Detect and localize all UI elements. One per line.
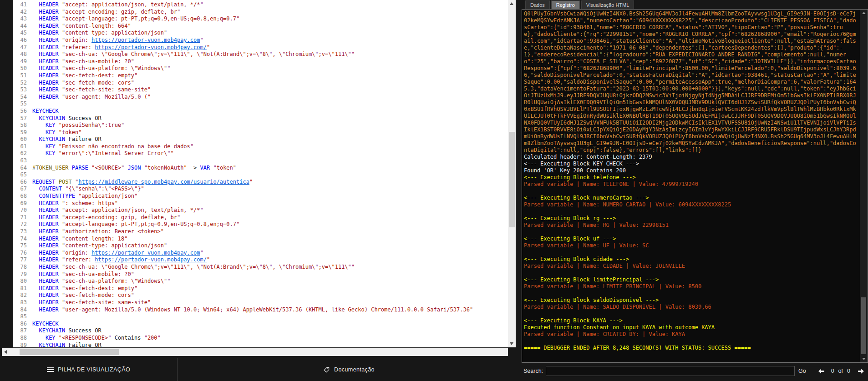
code-line[interactable]: 82 HEADER "sec-fetch-mode: cors" bbox=[13, 292, 508, 299]
code-line[interactable]: 64#TOKEN_USER PARSE "<SOURCE>" JSON "tok… bbox=[13, 165, 508, 172]
vertical-scroll-thumb[interactable] bbox=[509, 132, 515, 227]
code-line[interactable]: 58 KEY "possuiSenha\":true" bbox=[13, 122, 508, 129]
code-line[interactable]: 88 KEY "<RESPONSECODE>" Contains "200" bbox=[13, 335, 508, 342]
code-line[interactable]: 51 HEADER "sec-fetch-dest: empty" bbox=[13, 72, 508, 80]
editor-vertical-scrollbar[interactable] bbox=[508, 0, 516, 347]
code-line[interactable]: 61 KEY "Emissor não encontrado na base d… bbox=[13, 143, 508, 150]
code-line[interactable]: 80 HEADER "sec-ch-ua-platform: \"Windows… bbox=[13, 278, 508, 285]
log-scroll-up-icon[interactable] bbox=[862, 12, 866, 14]
log-line: <--- Executing Block uf ---> bbox=[524, 236, 858, 242]
stack-button-label: PILHA DE VISUALIZAÇÃO bbox=[58, 366, 130, 373]
line-number: 64 bbox=[13, 165, 32, 172]
code-line[interactable]: 69 HEADER ": scheme: https" bbox=[13, 200, 508, 207]
line-number: 85 bbox=[13, 313, 32, 321]
code-line[interactable]: 78 HEADER "sec-ch-ua: \"Google Chrome\";… bbox=[13, 264, 508, 271]
line-number: 75 bbox=[13, 242, 32, 250]
line-number: 56 bbox=[13, 108, 32, 115]
code-line[interactable]: 74 HEADER "content-length: 18" bbox=[13, 236, 508, 243]
code-line[interactable]: 56KEYCHECK bbox=[13, 108, 508, 115]
code-line[interactable]: 75 HEADER "content-type: application/jso… bbox=[13, 242, 508, 250]
horizontal-scroll-thumb[interactable] bbox=[20, 349, 119, 355]
line-number: 58 bbox=[13, 122, 32, 129]
line-number: 83 bbox=[13, 299, 32, 306]
line-number: 81 bbox=[13, 285, 32, 292]
line-number: 76 bbox=[13, 250, 32, 257]
code-line[interactable]: 53 HEADER "sec-fetch-site: same-site" bbox=[13, 86, 508, 94]
line-number: 52 bbox=[13, 80, 32, 87]
next-result-icon[interactable] bbox=[858, 368, 864, 374]
scroll-down-icon[interactable] bbox=[510, 342, 513, 345]
documentation-button[interactable]: Documentação bbox=[320, 366, 377, 374]
tab-visualizacao-html[interactable]: Visualização HTML bbox=[581, 0, 635, 9]
log-scrollbar[interactable] bbox=[860, 10, 868, 362]
log-line: <--- Executing Block KEY CHECK ---> bbox=[524, 160, 858, 167]
code-line[interactable]: 84 HEADER "user-agent: Mozilla/5.0 (Wind… bbox=[13, 306, 508, 314]
log-scroll-thumb[interactable] bbox=[861, 297, 866, 354]
code-line[interactable]: 54 HEADER "user-agent: Mozilla/5.0 (" bbox=[13, 94, 508, 101]
line-number: 45 bbox=[13, 30, 32, 37]
log-search-bar: Search: Go 0 of 0 bbox=[522, 365, 868, 377]
log-line bbox=[524, 290, 858, 297]
code-line[interactable]: 77 HEADER "referer: https://portador-vuo… bbox=[13, 256, 508, 264]
code-line[interactable]: 70 HEADER "accept: application/json, tex… bbox=[13, 207, 508, 214]
code-line[interactable]: 81 HEADER "sec-fetch-dest: empty" bbox=[13, 285, 508, 292]
code-line[interactable]: 85 bbox=[13, 313, 508, 321]
visualization-stack-button[interactable]: PILHA DE VISUALIZAÇÃO bbox=[44, 366, 133, 373]
code-line[interactable]: 57 KEYCHAIN Success OR bbox=[13, 115, 508, 122]
code-line[interactable]: 48 HEADER "sec-ch-ua: \"Google Chrome\";… bbox=[13, 51, 508, 58]
code-line[interactable]: 52 HEADER "sec-fetch-mode: cors" bbox=[13, 80, 508, 87]
search-input[interactable] bbox=[546, 366, 795, 376]
log-line: <--- Executing Block cidade ---> bbox=[524, 256, 858, 263]
code-line[interactable]: 46 HEADER "origin: https://portador-vuon… bbox=[13, 37, 508, 44]
log-lines[interactable]: Q0lPUyI6bnVsbCwiaWQiOjUwNzI4NX0.BsSh25GU… bbox=[522, 10, 860, 362]
tab-dados[interactable]: Dados bbox=[525, 0, 550, 9]
code-line[interactable]: 60 KEYCHAIN Failure OR bbox=[13, 136, 508, 143]
search-result-of: of bbox=[838, 368, 843, 374]
debugger-log-box: Q0lPUyI6bnVsbCwiaWQiOjUwNzI4NX0.BsSh25GU… bbox=[522, 9, 868, 363]
log-line: <--- Executing Block rg ---> bbox=[524, 215, 858, 222]
code-line[interactable]: 44 HEADER "content-length: 664" bbox=[13, 23, 508, 30]
line-number: 60 bbox=[13, 136, 32, 143]
line-number: 84 bbox=[13, 306, 32, 314]
code-line[interactable]: 45 HEADER "content-type: application/jso… bbox=[13, 30, 508, 37]
code-line[interactable]: 67 CONTENT "{\"senha\":\"<PASS>\"}" bbox=[13, 185, 508, 193]
code-line[interactable]: 59 KEY "token" bbox=[13, 129, 508, 136]
code-line[interactable]: 55 bbox=[13, 100, 508, 108]
line-number: 88 bbox=[13, 335, 32, 342]
log-line: Parsed variable | Name: LIMITE PRINCIPAL… bbox=[524, 283, 858, 290]
code-line[interactable]: 72 HEADER "accept-language: pt-PT,pt;q=0… bbox=[13, 221, 508, 228]
prev-result-icon[interactable] bbox=[818, 368, 825, 374]
log-line bbox=[524, 249, 858, 256]
code-line[interactable]: 86KEYCHECK bbox=[13, 321, 508, 328]
documentation-icon bbox=[323, 366, 330, 373]
line-number: 79 bbox=[13, 271, 32, 278]
code-line[interactable]: 89 KEYCHAIN Failure OR bbox=[13, 342, 508, 348]
search-go-button[interactable]: Go bbox=[798, 368, 806, 374]
code-line[interactable]: 87 KEYCHAIN Success OR bbox=[13, 327, 508, 335]
code-line[interactable]: 41 HEADER "accept: application/json, tex… bbox=[13, 1, 508, 9]
code-line[interactable]: 68 CONTENTTYPE "application/json" bbox=[13, 193, 508, 200]
horizontal-scroll-track[interactable] bbox=[10, 348, 508, 356]
code-line[interactable]: 71 HEADER "accept-encoding: gzip, deflat… bbox=[13, 214, 508, 221]
code-line[interactable]: 42 HEADER "accept-encoding: gzip, deflat… bbox=[13, 9, 508, 16]
code-line[interactable]: 66REQUEST POST "https://middleware-spo.m… bbox=[13, 179, 508, 186]
code-line[interactable]: 43 HEADER "accept-language: pt-PT,pt;q=0… bbox=[13, 15, 508, 23]
code-line[interactable]: 62 KEY "error\":\"Internal Server Error\… bbox=[13, 150, 508, 157]
code-line[interactable]: 63 bbox=[13, 157, 508, 165]
code-line[interactable]: 65 bbox=[13, 171, 508, 179]
code-line[interactable]: 50 HEADER "sec-ch-ua-platform: \"Windows… bbox=[13, 65, 508, 72]
code-line[interactable]: 49 HEADER "sec-ch-ua-mobile: ?0" bbox=[13, 58, 508, 65]
log-line: Parsed variable | Name: SALDO DISPONIVEL… bbox=[524, 304, 858, 311]
scroll-left-icon[interactable] bbox=[2, 348, 10, 356]
line-number: 41 bbox=[13, 1, 32, 9]
code-line[interactable]: 83 HEADER "sec-fetch-site: same-site" bbox=[13, 299, 508, 306]
code-editor[interactable]: 41 HEADER "accept: application/json, tex… bbox=[13, 0, 508, 347]
tab-registro[interactable]: Registro bbox=[551, 0, 580, 9]
code-line[interactable]: 76 HEADER "origin: https://portador-vuon… bbox=[13, 250, 508, 257]
code-line[interactable]: 73 HEADER "authorization: Bearer <token>… bbox=[13, 228, 508, 236]
scroll-up-icon[interactable] bbox=[510, 2, 513, 5]
editor-horizontal-scrollbar[interactable] bbox=[2, 348, 508, 356]
code-line[interactable]: 47 HEADER "referer: https://portador-vuo… bbox=[13, 44, 508, 51]
log-scroll-down-icon[interactable] bbox=[862, 358, 866, 360]
code-line[interactable]: 79 HEADER "sec-ch-ua-mobile: ?0" bbox=[13, 271, 508, 278]
